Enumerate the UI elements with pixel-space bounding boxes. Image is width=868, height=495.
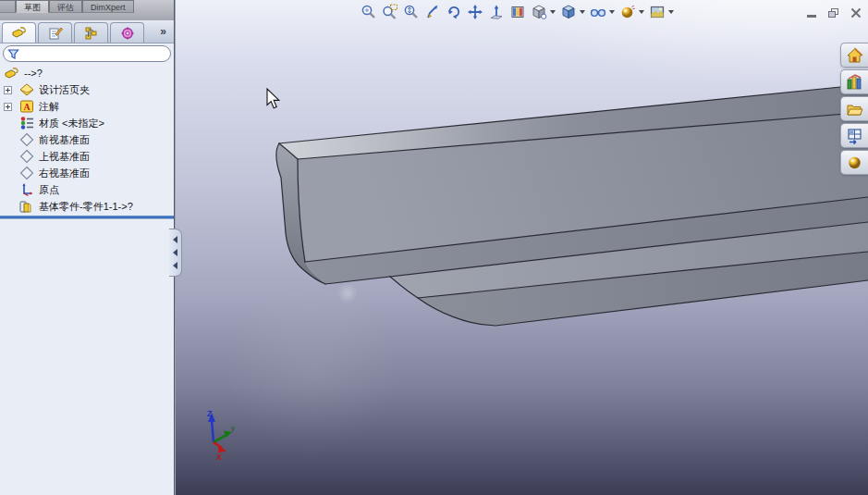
edit-appearance-icon[interactable] (618, 3, 637, 21)
feature-manager-panel: -->? 设计活页夹 A 注解 (0, 43, 174, 495)
tree-item-label: -->? (24, 68, 43, 79)
tree-item-front-plane[interactable]: 前视基准面 (0, 131, 174, 148)
pan-view-icon[interactable] (466, 3, 484, 21)
expand-plus-icon[interactable] (4, 103, 12, 111)
tree-filter-box (3, 45, 171, 62)
left-column: 草图 评估 DimXpert » (0, 0, 175, 495)
scene-dropdown-caret[interactable] (668, 10, 674, 14)
section-view-icon[interactable] (508, 3, 527, 21)
panel-splitter-handle[interactable] (169, 229, 182, 277)
annotations-icon: A (18, 99, 34, 114)
feature-tree: -->? 设计活页夹 A 注解 (0, 62, 174, 218)
task-pane-tabs (840, 43, 868, 175)
configuration-manager-icon[interactable] (74, 22, 108, 43)
tree-item-material[interactable]: 材质 <未指定> (0, 115, 174, 131)
tab-sketch[interactable]: 草图 (16, 0, 49, 13)
tree-item-label: 材质 <未指定> (39, 117, 104, 130)
appearances-sphere-icon[interactable] (840, 150, 868, 175)
tree-item-label: 原点 (39, 183, 59, 197)
tree-item-root[interactable]: -->? (0, 65, 174, 81)
normal-to-icon[interactable] (487, 3, 506, 21)
filter-input[interactable] (19, 47, 166, 60)
edit-appearance-dropdown-caret[interactable] (639, 10, 644, 14)
lens-flare-glow (225, 282, 400, 458)
display-style-dropdown-caret[interactable] (580, 10, 585, 14)
plane-icon (18, 149, 34, 164)
tree-item-label: 上视基准面 (39, 150, 90, 164)
collapse-left-arrow-icon (173, 262, 177, 269)
view-orientation-dropdown-caret[interactable] (550, 10, 556, 14)
headsup-view-toolbar (360, 3, 675, 21)
expand-chevron[interactable]: » (160, 25, 166, 38)
tree-item-top-plane[interactable]: 上视基准面 (0, 148, 174, 165)
part-3d-model[interactable]: Z y X (174, 0, 868, 495)
restore-front-square (828, 11, 836, 18)
tab-dimxpert[interactable]: DimXpert (82, 0, 134, 13)
feature-manager-tab-row: » (0, 20, 174, 43)
command-manager-tab-bar: 草图 评估 DimXpert (0, 0, 174, 20)
tree-item-base-part[interactable]: 基体零件-零件1-1->? (0, 198, 174, 215)
triad-y-label: y (231, 424, 235, 432)
orientation-triad: Z y X (207, 409, 235, 462)
rotate-view-icon[interactable] (445, 3, 463, 21)
feature-tree-icon[interactable] (2, 22, 36, 43)
mouse-cursor (266, 88, 281, 110)
base-part-icon (18, 199, 34, 214)
tab-partial-left-edge[interactable] (0, 0, 16, 13)
display-style-icon[interactable] (559, 3, 578, 21)
origin-icon (18, 182, 34, 197)
view-sketch-pen-icon[interactable] (423, 3, 442, 21)
tree-item-origin[interactable]: 原点 (0, 181, 174, 198)
part-root-icon (4, 66, 19, 80)
restore-button[interactable] (828, 8, 838, 18)
zoom-to-area-icon[interactable] (381, 3, 399, 21)
collapse-left-arrow-icon (173, 236, 177, 243)
graphics-viewport[interactable]: Z y X (174, 0, 868, 495)
expand-plus-icon[interactable] (4, 86, 12, 94)
filter-funnel-icon (7, 48, 19, 60)
tree-item-label: 基体零件-零件1-1->? (39, 200, 133, 214)
zoom-to-fit-icon[interactable] (360, 3, 378, 21)
resources-home-icon[interactable] (840, 43, 868, 68)
window-controls (807, 7, 862, 19)
tree-item-right-plane[interactable]: 右视基准面 (0, 165, 174, 181)
design-binder-icon (18, 82, 34, 97)
property-manager-icon[interactable] (38, 22, 72, 43)
tab-evaluate[interactable]: 评估 (49, 0, 82, 13)
minimize-button[interactable] (807, 15, 816, 18)
hide-show-items-icon[interactable] (589, 3, 607, 21)
view-orientation-icon[interactable] (530, 3, 548, 21)
hide-show-dropdown-caret[interactable] (609, 10, 615, 14)
material-icon (18, 116, 34, 130)
rollback-bar[interactable] (0, 216, 174, 218)
triad-x-label: X (216, 452, 222, 462)
dimxpert-manager-icon[interactable] (110, 22, 144, 43)
tree-item-label: 设计活页夹 (39, 83, 90, 97)
plane-icon (18, 132, 34, 147)
tree-item-label: 右视基准面 (39, 167, 90, 180)
svg-text:A: A (23, 102, 31, 112)
plane-icon (18, 166, 34, 180)
zoom-in-out-icon[interactable] (402, 3, 421, 21)
close-button[interactable] (850, 7, 862, 19)
scene-icon[interactable] (648, 3, 666, 21)
design-library-icon[interactable] (840, 69, 868, 94)
view-palette-icon[interactable] (840, 123, 868, 148)
file-explorer-folder-icon[interactable] (840, 96, 868, 121)
tree-item-design-binder[interactable]: 设计活页夹 (0, 81, 174, 98)
collapse-left-arrow-icon (173, 249, 177, 256)
triad-z-label: Z (207, 409, 213, 418)
tree-item-label: 注解 (39, 100, 59, 114)
tree-item-label: 前视基准面 (39, 133, 90, 147)
tree-item-annotations[interactable]: A 注解 (0, 98, 174, 115)
